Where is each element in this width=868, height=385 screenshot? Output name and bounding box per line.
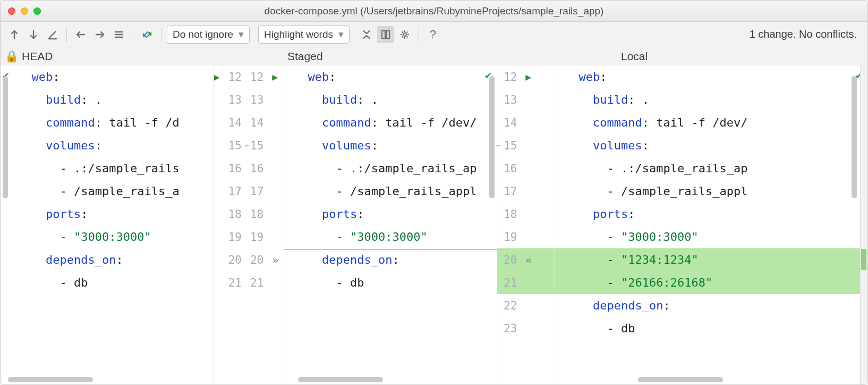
code-line[interactable]: ports: [555, 203, 867, 225]
titlebar: docker-compose.yml (/Users/jetbrains/Rub… [1, 1, 867, 22]
gutter-line[interactable]: 14 [214, 111, 246, 134]
code-line[interactable]: - "3000:3000" [555, 225, 867, 248]
head-gutter[interactable]: ▶12131415161718192021 [213, 65, 246, 384]
list-mode-button[interactable] [110, 26, 127, 43]
gutter-line[interactable]: 21 [214, 271, 246, 294]
code-line[interactable]: - .:/sample_rails [8, 157, 213, 180]
code-line[interactable]: - db [8, 271, 213, 294]
gutter-line[interactable]: 18 [497, 203, 555, 225]
gutter-line[interactable]: 21 [246, 271, 284, 294]
highlight-dropdown[interactable]: Highlight words ▾ [258, 26, 350, 44]
code-line[interactable]: ports: [8, 203, 213, 225]
staged-code-pane[interactable]: ✔ web: build: . command: tail -f /dev/ v… [284, 65, 497, 384]
error-stripe[interactable] [860, 65, 867, 384]
gutter-line[interactable]: 13 [246, 88, 284, 111]
collapse-unchanged-button[interactable] [358, 26, 375, 43]
code-line[interactable]: - /sample_rails_appl [284, 180, 497, 203]
svg-rect-1 [386, 31, 389, 38]
local-gutter[interactable]: 12▶1314151617181920«212223⌐ [497, 65, 555, 384]
code-line[interactable]: - /sample_rails_a [8, 180, 213, 203]
head-pane-label: HEAD [22, 50, 53, 63]
diff-pane-headers: 🔒 HEAD Staged Local [1, 47, 867, 65]
code-line[interactable]: build: . [8, 88, 213, 111]
gutter-line[interactable]: 17 [214, 180, 246, 203]
next-change-button[interactable] [25, 26, 42, 43]
ignore-dropdown-label: Do not ignore [173, 29, 233, 40]
code-line[interactable]: depends_on: [8, 248, 213, 271]
code-line[interactable]: web: [284, 65, 497, 88]
code-line[interactable]: - db [284, 271, 497, 294]
h-scrollbar[interactable] [8, 377, 93, 382]
code-line[interactable]: ports: [284, 203, 497, 225]
gutter-line[interactable]: 16 [497, 157, 555, 180]
gutter-line[interactable]: 18 [246, 203, 284, 225]
swap-button[interactable] [139, 26, 156, 43]
code-line[interactable]: - "1234:1234" [555, 248, 867, 271]
gutter-line[interactable]: 17 [246, 180, 284, 203]
code-line[interactable]: command: tail -f /dev/ [555, 111, 867, 134]
gutter-line[interactable]: 20« [497, 248, 555, 271]
help-button[interactable]: ? [424, 26, 441, 43]
code-line[interactable]: depends_on: [555, 294, 867, 317]
ignore-dropdown[interactable]: Do not ignore ▾ [167, 26, 250, 44]
lock-icon: 🔒 [5, 50, 19, 63]
code-line[interactable]: volumes: [8, 134, 213, 157]
fold-handle[interactable]: ⌐ [245, 141, 249, 150]
code-line[interactable]: volumes: [284, 134, 497, 157]
code-line[interactable]: web: [8, 65, 213, 88]
gutter-line[interactable]: 15 [214, 134, 246, 157]
chevron-down-icon: ▾ [239, 28, 244, 40]
gutter-line[interactable]: 16 [214, 157, 246, 180]
code-line[interactable]: web: [555, 65, 867, 88]
code-line[interactable]: - .:/sample_rails_ap [284, 157, 497, 180]
code-line[interactable]: - "26166:26168" [555, 271, 867, 294]
svg-rect-0 [382, 31, 385, 38]
gutter-line[interactable]: 13 [497, 88, 555, 111]
gutter-line[interactable]: 20 [214, 248, 246, 271]
code-line[interactable]: command: tail -f /dev/ [284, 111, 497, 134]
code-line[interactable]: - db [555, 317, 867, 340]
back-button[interactable] [72, 26, 89, 43]
h-scrollbar[interactable] [638, 377, 723, 382]
code-line[interactable]: build: . [555, 88, 867, 111]
code-line[interactable]: volumes: [555, 134, 867, 157]
head-code-pane[interactable]: ✔ web: build: . command: tail -f /d volu… [1, 65, 213, 384]
prev-change-button[interactable] [6, 26, 23, 43]
code-line[interactable]: build: . [284, 88, 497, 111]
gutter-line[interactable]: 19 [246, 225, 284, 248]
chevron-down-icon: ▾ [338, 28, 344, 40]
forward-button[interactable] [91, 26, 108, 43]
staged-left-gutter[interactable]: 12▶1314151617181920»21⌐ [246, 65, 284, 384]
gutter-line[interactable]: 16 [246, 157, 284, 180]
gutter-line[interactable]: 20» [246, 248, 284, 271]
sync-scroll-button[interactable] [377, 26, 394, 43]
code-line[interactable]: - "3000:3000" [8, 225, 213, 248]
local-code-pane[interactable]: ✔ web: build: . command: tail -f /dev/ v… [555, 65, 867, 384]
fold-handle[interactable]: ⌐ [496, 141, 500, 150]
gutter-line[interactable]: 17 [497, 180, 555, 203]
gutter-line[interactable]: 13 [214, 88, 246, 111]
gutter-line[interactable]: 15 [497, 134, 555, 157]
code-line[interactable]: - /sample_rails_appl [555, 180, 867, 203]
gutter-line[interactable]: 12▶ [246, 65, 284, 88]
gutter-line[interactable]: 19 [214, 225, 246, 248]
h-scrollbar[interactable] [298, 377, 383, 382]
gutter-line[interactable]: 21 [497, 271, 555, 294]
code-line[interactable]: - .:/sample_rails_ap [555, 157, 867, 180]
gutter-line[interactable]: 14 [497, 111, 555, 134]
local-pane-label: Local [621, 50, 648, 62]
gutter-line[interactable]: 22 [497, 294, 555, 317]
gutter-line[interactable]: 19 [497, 225, 555, 248]
gutter-line[interactable]: ▶12 [214, 65, 246, 88]
code-line[interactable]: depends_on: [284, 248, 497, 271]
settings-button[interactable] [396, 26, 413, 43]
gutter-line[interactable]: 12▶ [497, 65, 555, 88]
code-line[interactable]: command: tail -f /d [8, 111, 213, 134]
edit-button[interactable] [44, 26, 61, 43]
gutter-line[interactable]: 14 [246, 111, 284, 134]
gutter-line[interactable]: 15 [246, 134, 284, 157]
staged-pane-label: Staged [287, 50, 323, 62]
gutter-line[interactable]: 23 [497, 317, 555, 340]
gutter-line[interactable]: 18 [214, 203, 246, 225]
code-line[interactable]: - "3000:3000" [284, 225, 497, 248]
